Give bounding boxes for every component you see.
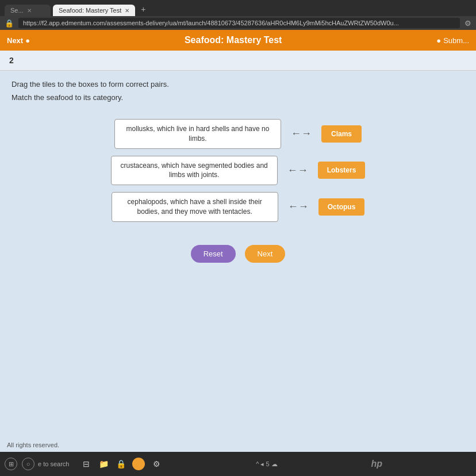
answer-tile-lobsters[interactable]: Lobsters <box>318 162 366 179</box>
taskbar-icons: ⊟ 📁 🔒 ⚙ <box>80 458 162 470</box>
taskbar: ⊞ ○ e to search ⊟ 📁 🔒 ⚙ ^ ◂ 5 ☁ hp <box>0 452 476 476</box>
buttons-row: Reset Next <box>11 245 465 263</box>
search-label[interactable]: e to search <box>38 460 69 467</box>
new-tab-button[interactable]: + <box>137 2 149 16</box>
question-number: 2 <box>9 56 14 65</box>
match-row-1: mollusks, which live in hard shells and … <box>114 119 362 149</box>
taskview-icon[interactable]: ⊟ <box>80 458 92 470</box>
tab-bar: Se... ✕ Seafood: Mastery Test ✕ + <box>5 2 471 16</box>
tab-mastery[interactable]: Seafood: Mastery Test ✕ <box>53 5 135 16</box>
next-button[interactable]: Next <box>245 245 286 263</box>
submit-label: Subm... <box>443 36 469 45</box>
answer-tile-octopus[interactable]: Octopus <box>318 198 365 216</box>
question-area: Drag the tiles to the boxes to form corr… <box>0 71 476 438</box>
settings-taskbar-icon[interactable]: ⚙ <box>151 458 162 470</box>
category-box-3[interactable]: cephalopods, which have a shell inside t… <box>112 192 278 222</box>
lock-icon: 🔒 <box>5 19 14 28</box>
match-row-3: cephalopods, which have a shell inside t… <box>112 192 365 222</box>
reset-button[interactable]: Reset <box>191 245 236 263</box>
footer-rights: All rights reserved. <box>0 438 476 452</box>
instruction-2: Match the seafood to its category. <box>11 93 465 102</box>
category-box-1[interactable]: mollusks, which live in hard shells and … <box>114 119 281 149</box>
match-row-2: crustaceans, which have segmented bodies… <box>111 156 366 186</box>
search-circle-icon[interactable]: ○ <box>22 458 34 470</box>
tab-se-close[interactable]: ✕ <box>27 7 32 14</box>
app-title: Seafood: Mastery Test <box>39 35 427 45</box>
submit-button[interactable]: ● Subm... <box>436 36 469 45</box>
orange-app-icon[interactable] <box>132 458 145 470</box>
question-number-bar: 2 <box>0 51 476 71</box>
app-toolbar: Next ● Seafood: Mastery Test ● Subm... <box>0 30 476 51</box>
tab-mastery-label: Seafood: Mastery Test <box>59 7 121 14</box>
hp-logo-area: hp <box>371 459 383 469</box>
tab-mastery-close[interactable]: ✕ <box>125 7 129 14</box>
settings-icon[interactable]: ⚙ <box>465 19 471 28</box>
hp-logo: hp <box>371 459 383 469</box>
address-bar[interactable]: https://f2.app.edmentum.com/assessments-… <box>18 18 460 28</box>
address-bar-row: 🔒 https://f2.app.edmentum.com/assessment… <box>0 16 476 30</box>
lock-taskbar-icon[interactable]: 🔒 <box>115 458 126 470</box>
arrow-2: ←→ <box>283 164 312 176</box>
start-button[interactable]: ⊞ <box>5 458 17 470</box>
explorer-icon[interactable]: 📁 <box>98 458 109 470</box>
taskbar-search: ○ e to search <box>22 458 69 470</box>
category-box-2[interactable]: crustaceans, which have segmented bodies… <box>111 156 278 186</box>
tab-se[interactable]: Se... ✕ <box>5 5 51 16</box>
system-tray-icons: ^ ◂ 5 ☁ <box>256 460 277 468</box>
tab-se-label: Se... <box>10 7 24 14</box>
submit-icon: ● <box>436 36 441 45</box>
toolbar-next-label: Next <box>7 36 23 45</box>
browser-frame: Se... ✕ Seafood: Mastery Test ✕ + 🔒 http… <box>0 0 476 476</box>
taskbar-right: ^ ◂ 5 ☁ <box>256 460 277 468</box>
instruction-1: Drag the tiles to the boxes to form corr… <box>11 80 465 89</box>
arrow-1: ←→ <box>287 128 316 140</box>
matching-area: mollusks, which live in hard shells and … <box>11 119 465 222</box>
toolbar-next-button[interactable]: Next ● <box>7 36 30 45</box>
browser-top-bar: Se... ✕ Seafood: Mastery Test ✕ + <box>0 0 476 16</box>
answer-tile-clams[interactable]: Clams <box>321 125 362 143</box>
arrow-3: ←→ <box>284 201 313 213</box>
main-content: 2 Drag the tiles to the boxes to form co… <box>0 51 476 452</box>
toolbar-next-icon: ● <box>25 36 30 45</box>
